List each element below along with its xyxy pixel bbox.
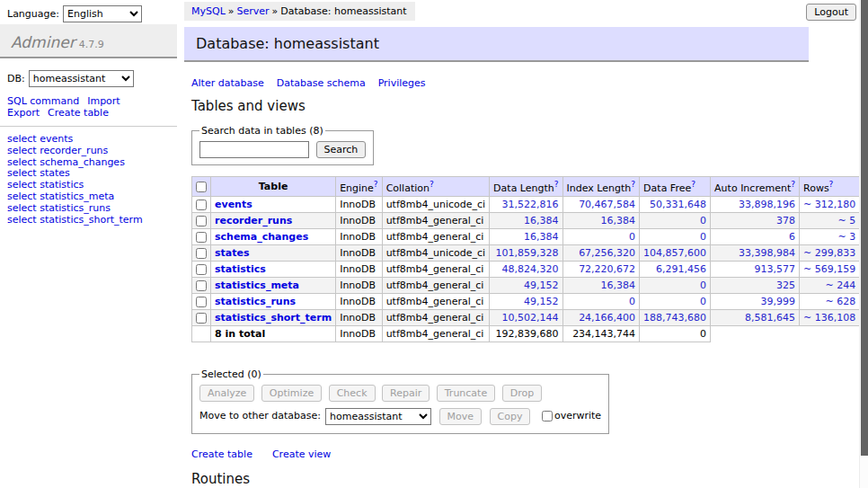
- help-icon[interactable]: ?: [829, 180, 834, 189]
- search-button[interactable]: Search: [316, 141, 367, 158]
- copy-button[interactable]: Copy: [490, 408, 531, 425]
- auto-increment-cell: 325: [711, 277, 800, 293]
- sidebar-link-create-table[interactable]: Create table: [48, 107, 109, 119]
- rows-count-link[interactable]: ~ 569,159: [803, 263, 855, 275]
- overwrite-checkbox[interactable]: [542, 411, 553, 421]
- row-checkbox[interactable]: [196, 313, 207, 324]
- collation-cell: utf8mb4_general_ci: [382, 212, 489, 228]
- index-length-cell: 16,384: [562, 212, 640, 228]
- row-checkbox[interactable]: [196, 280, 207, 291]
- sidebar-divider: [0, 126, 177, 127]
- table-row: statistics_meta InnoDB utf8mb4_general_c…: [192, 277, 868, 293]
- column-header-table: Table: [211, 177, 336, 197]
- logout-button[interactable]: Logout: [806, 4, 856, 21]
- row-checkbox[interactable]: [196, 248, 207, 259]
- sidebar-link-sql-command[interactable]: SQL command: [7, 95, 79, 107]
- table-link[interactable]: statistics_runs: [215, 296, 296, 307]
- create-table-link[interactable]: Create table: [191, 448, 252, 460]
- optimize-button[interactable]: Optimize: [261, 385, 322, 402]
- column-header-rows: Rows?: [800, 177, 860, 197]
- page-title: Database: homeassistant: [184, 27, 809, 62]
- help-icon[interactable]: ?: [554, 180, 559, 189]
- data-free-cell: 50,331,648: [640, 196, 711, 212]
- rows-count-link[interactable]: ~ 628: [825, 296, 855, 307]
- row-checkbox[interactable]: [196, 200, 207, 210]
- app-title[interactable]: Adminer: [11, 33, 75, 51]
- table-link[interactable]: statistics_short_term: [215, 312, 332, 324]
- help-icon[interactable]: ?: [374, 180, 378, 189]
- rows-count-link[interactable]: ~ 5: [837, 215, 855, 226]
- db-select[interactable]: homeassistant: [29, 70, 134, 87]
- sidebar-link-export[interactable]: Export: [7, 107, 40, 119]
- table-link[interactable]: schema_changes: [215, 231, 308, 243]
- language-select[interactable]: English: [63, 5, 142, 22]
- alter-database-link[interactable]: Alter database: [191, 77, 264, 89]
- table-row: statistics_short_term InnoDB utf8mb4_gen…: [192, 309, 868, 325]
- total-data-length: 192,839,680: [490, 325, 562, 342]
- create-view-link[interactable]: Create view: [272, 448, 331, 460]
- breadcrumb-link-mysql[interactable]: MySQL: [191, 5, 226, 17]
- help-icon[interactable]: ?: [430, 180, 434, 189]
- total-data-free: 0: [640, 325, 711, 342]
- sidebar-link-import[interactable]: Import: [87, 95, 120, 107]
- sidebar-item-select-recorder-runs[interactable]: select recorder_runs: [7, 145, 108, 156]
- drop-button[interactable]: Drop: [502, 385, 542, 402]
- table-link[interactable]: events: [215, 199, 252, 210]
- column-header-index-length: Index Length?: [562, 177, 640, 197]
- index-length-cell: 70,467,584: [562, 196, 640, 212]
- row-checkbox[interactable]: [196, 232, 207, 243]
- language-label: Language:: [7, 8, 59, 20]
- select-all-checkbox[interactable]: [196, 182, 207, 192]
- data-free-cell: 0: [640, 277, 711, 293]
- data-free-cell: 6,291,456: [640, 261, 711, 277]
- check-button[interactable]: Check: [329, 385, 376, 402]
- table-row: states InnoDB utf8mb4_unicode_ci 101,859…: [192, 244, 868, 261]
- move-button[interactable]: Move: [439, 408, 483, 425]
- sidebar-item-select-schema-changes[interactable]: select schema_changes: [7, 156, 125, 168]
- rows-count-link[interactable]: ~ 312,180: [803, 199, 855, 210]
- row-checkbox[interactable]: [196, 216, 207, 226]
- vertical-scrollbar[interactable]: [859, 0, 868, 488]
- scrollbar-thumb[interactable]: [861, 0, 868, 456]
- repair-button[interactable]: Repair: [382, 385, 430, 402]
- help-icon[interactable]: ?: [631, 180, 635, 189]
- data-free-cell: 104,857,600: [640, 244, 711, 261]
- truncate-button[interactable]: Truncate: [437, 385, 495, 402]
- sidebar-item-select-statistics-short-term[interactable]: select statistics_short_term: [7, 214, 143, 226]
- rows-count-link[interactable]: ~ 3: [837, 231, 855, 243]
- database-schema-link[interactable]: Database schema: [277, 77, 366, 89]
- help-icon[interactable]: ?: [691, 180, 695, 189]
- search-fieldset: Search data in tables (8) Search: [191, 125, 374, 165]
- sidebar-item-select-states[interactable]: select states: [7, 167, 70, 179]
- move-db-select[interactable]: homeassistant: [325, 408, 431, 425]
- breadcrumb-link-server[interactable]: Server: [237, 5, 270, 17]
- db-label: DB:: [7, 73, 25, 84]
- table-link[interactable]: recorder_runs: [215, 215, 292, 226]
- auto-increment-cell: 378: [711, 212, 800, 228]
- collation-cell: utf8mb4_general_ci: [382, 309, 489, 325]
- table-link[interactable]: statistics: [215, 263, 266, 275]
- analyze-button[interactable]: Analyze: [199, 385, 254, 402]
- help-icon[interactable]: ?: [791, 180, 795, 189]
- table-link[interactable]: statistics_meta: [215, 279, 299, 291]
- search-input[interactable]: [199, 141, 309, 158]
- sidebar-item-select-statistics[interactable]: select statistics: [7, 179, 84, 191]
- db-selector-row: DB:homeassistant: [0, 58, 177, 87]
- index-length-cell: 0: [562, 228, 640, 244]
- sidebar-item-select-statistics-meta[interactable]: select statistics_meta: [7, 191, 114, 202]
- total-index-length: 234,143,744: [562, 325, 640, 342]
- sidebar-item-select-events[interactable]: select events: [7, 133, 73, 145]
- tables-overview-table: Table Engine? Collation? Data Length? In…: [191, 176, 868, 342]
- data-length-cell: 16,384: [490, 212, 562, 228]
- table-link[interactable]: states: [215, 247, 250, 259]
- language-row: Language:English: [0, 0, 177, 24]
- rows-count-link[interactable]: ~ 136,108: [803, 312, 855, 324]
- rows-count-link[interactable]: ~ 299,833: [803, 247, 855, 259]
- privileges-link[interactable]: Privileges: [378, 77, 426, 89]
- selected-legend: Selected (0): [199, 368, 263, 380]
- row-checkbox[interactable]: [196, 264, 207, 275]
- sidebar-item-select-statistics-runs[interactable]: select statistics_runs: [7, 202, 111, 214]
- rows-count-link[interactable]: ~ 244: [825, 279, 855, 291]
- breadcrumb-separator: »: [228, 5, 235, 17]
- row-checkbox[interactable]: [196, 297, 207, 307]
